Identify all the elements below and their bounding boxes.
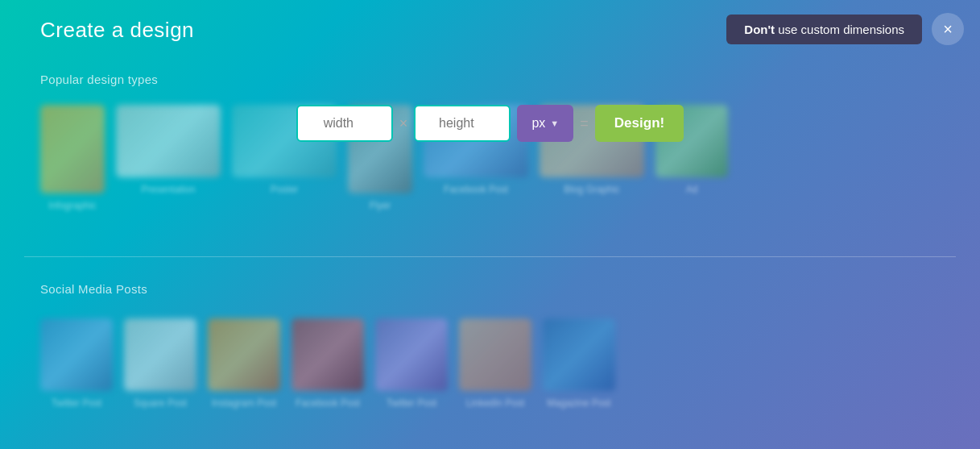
design-item-label: Presentation (141, 184, 195, 195)
section-divider (24, 256, 956, 257)
design-thumbnail (208, 318, 280, 391)
width-input[interactable] (296, 105, 393, 142)
design-button[interactable]: Design! (595, 105, 684, 142)
design-thumbnail (459, 318, 531, 391)
close-button[interactable]: × (932, 13, 964, 45)
design-item-label: Poster (271, 184, 299, 195)
social-items-row: Twitter Post Square Post Instagram Post … (40, 318, 615, 409)
custom-dimensions-bar: × px ▼ = Design! (0, 105, 980, 142)
list-item[interactable]: Twitter Post (40, 318, 113, 409)
dont-use-custom-dimensions-button[interactable]: Don't use custom dimensions (726, 15, 922, 44)
chevron-down-icon: ▼ (550, 118, 559, 128)
list-item[interactable]: Facebook Post (292, 318, 364, 409)
top-right-controls: Don't use custom dimensions × (726, 13, 964, 45)
design-thumbnail (40, 318, 113, 391)
design-item-label: Facebook Post (444, 184, 508, 195)
dont-use-rest: use custom dimensions (775, 23, 904, 36)
design-thumbnail (375, 318, 448, 391)
page-title: Create a design (40, 18, 194, 43)
design-thumbnail (124, 318, 196, 391)
design-thumbnail (292, 318, 364, 391)
design-item-label: Flyer (370, 200, 391, 211)
design-item-label: Instagram Post (212, 397, 277, 409)
dont-use-bold: Don't (744, 23, 775, 36)
list-item[interactable]: Magazine Post (543, 318, 615, 409)
multiply-sign: × (399, 115, 408, 132)
design-item-label: Twitter Post (52, 397, 102, 409)
design-item-label: LinkedIn Post (466, 397, 525, 409)
list-item[interactable]: Twitter Post (375, 318, 448, 409)
design-item-label: Facebook Post (296, 397, 360, 409)
list-item[interactable]: Square Post (124, 318, 196, 409)
design-item-label: Twitter Post (387, 397, 437, 409)
design-item-label: Magazine Post (547, 397, 610, 409)
design-thumbnail (543, 318, 615, 391)
design-item-label: Infographic (48, 200, 96, 211)
list-item[interactable]: LinkedIn Post (459, 318, 531, 409)
list-item[interactable]: Instagram Post (208, 318, 280, 409)
design-item-label: Blog Graphic (564, 184, 619, 195)
popular-section-label: Popular design types (40, 73, 158, 86)
design-item-label: Ad (686, 184, 698, 195)
design-item-label: Square Post (134, 397, 187, 409)
social-section-label: Social Media Posts (40, 282, 147, 296)
height-input[interactable] (414, 105, 511, 142)
unit-selector-button[interactable]: px ▼ (517, 105, 573, 142)
unit-label: px (531, 116, 545, 131)
equals-sign: = (580, 115, 589, 132)
